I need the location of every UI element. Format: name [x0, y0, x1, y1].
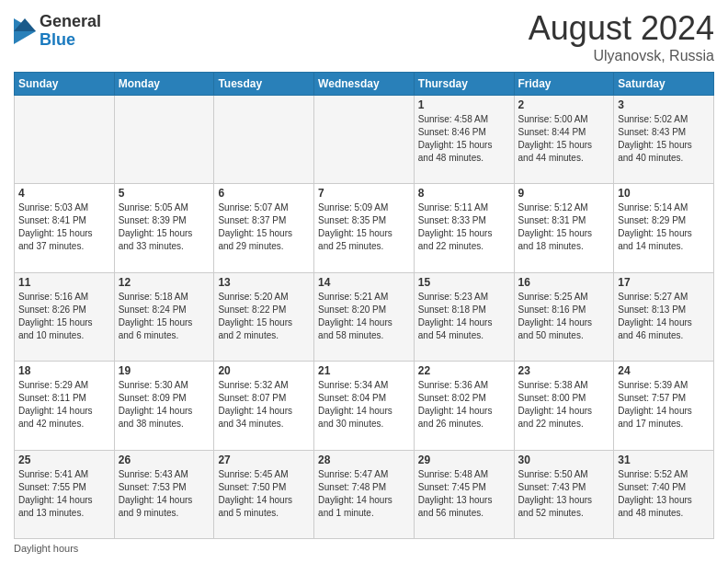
logo-icon — [14, 18, 36, 44]
logo-blue: Blue — [40, 31, 101, 50]
day-cell: 3Sunrise: 5:02 AM Sunset: 8:43 PM Daylig… — [614, 96, 714, 184]
calendar-page: General Blue August 2024 Ulyanovsk, Russ… — [0, 0, 728, 563]
day-number: 25 — [18, 454, 110, 466]
day-cell: 8Sunrise: 5:11 AM Sunset: 8:33 PM Daylig… — [414, 184, 514, 272]
day-cell: 7Sunrise: 5:09 AM Sunset: 8:35 PM Daylig… — [314, 184, 415, 272]
day-cell: 14Sunrise: 5:21 AM Sunset: 8:20 PM Dayli… — [314, 272, 415, 361]
day-cell — [314, 96, 415, 184]
day-info: Sunrise: 5:27 AM Sunset: 8:13 PM Dayligh… — [618, 291, 710, 342]
day-header-tuesday: Tuesday — [214, 73, 314, 96]
week-row-1: 4Sunrise: 5:03 AM Sunset: 8:41 PM Daylig… — [15, 184, 714, 272]
day-info: Sunrise: 5:48 AM Sunset: 7:45 PM Dayligh… — [418, 468, 510, 520]
day-number: 2 — [518, 98, 610, 111]
day-info: Sunrise: 4:58 AM Sunset: 8:46 PM Dayligh… — [418, 113, 510, 165]
logo-general: General — [40, 13, 101, 31]
day-header-wednesday: Wednesday — [314, 73, 415, 96]
day-cell: 18Sunrise: 5:29 AM Sunset: 8:11 PM Dayli… — [15, 362, 115, 450]
day-cell: 30Sunrise: 5:50 AM Sunset: 7:43 PM Dayli… — [514, 450, 614, 538]
day-info: Sunrise: 5:11 AM Sunset: 8:33 PM Dayligh… — [418, 201, 510, 253]
day-cell: 16Sunrise: 5:25 AM Sunset: 8:16 PM Dayli… — [514, 272, 614, 361]
logo: General Blue — [14, 13, 101, 50]
day-info: Sunrise: 5:50 AM Sunset: 7:43 PM Dayligh… — [518, 468, 610, 520]
day-cell — [15, 96, 115, 184]
day-cell: 21Sunrise: 5:34 AM Sunset: 8:04 PM Dayli… — [314, 362, 415, 450]
day-number: 27 — [218, 454, 310, 466]
day-cell: 19Sunrise: 5:30 AM Sunset: 8:09 PM Dayli… — [114, 362, 214, 450]
week-row-0: 1Sunrise: 4:58 AM Sunset: 8:46 PM Daylig… — [15, 96, 714, 184]
header-row: SundayMondayTuesdayWednesdayThursdayFrid… — [15, 73, 714, 96]
day-number: 16 — [518, 276, 610, 289]
day-info: Sunrise: 5:02 AM Sunset: 8:43 PM Dayligh… — [618, 113, 710, 165]
day-cell: 10Sunrise: 5:14 AM Sunset: 8:29 PM Dayli… — [614, 184, 714, 272]
day-cell: 4Sunrise: 5:03 AM Sunset: 8:41 PM Daylig… — [15, 184, 115, 272]
day-info: Sunrise: 5:03 AM Sunset: 8:41 PM Dayligh… — [18, 201, 110, 253]
day-info: Sunrise: 5:12 AM Sunset: 8:31 PM Dayligh… — [518, 201, 610, 253]
day-header-friday: Friday — [514, 73, 614, 96]
day-info: Sunrise: 5:16 AM Sunset: 8:26 PM Dayligh… — [18, 291, 110, 342]
day-number: 19 — [119, 364, 210, 377]
day-number: 9 — [518, 187, 610, 200]
day-cell: 25Sunrise: 5:41 AM Sunset: 7:55 PM Dayli… — [15, 450, 115, 538]
day-info: Sunrise: 5:39 AM Sunset: 7:57 PM Dayligh… — [618, 379, 710, 431]
day-number: 12 — [119, 276, 210, 289]
daylight-label: Daylight hours — [14, 543, 78, 554]
day-number: 13 — [218, 276, 310, 289]
day-info: Sunrise: 5:41 AM Sunset: 7:55 PM Dayligh… — [18, 468, 110, 520]
day-number: 3 — [618, 98, 710, 111]
day-info: Sunrise: 5:18 AM Sunset: 8:24 PM Dayligh… — [119, 291, 210, 342]
day-info: Sunrise: 5:36 AM Sunset: 8:02 PM Dayligh… — [418, 379, 510, 431]
day-number: 7 — [318, 187, 410, 200]
day-number: 21 — [318, 364, 410, 377]
day-cell: 15Sunrise: 5:23 AM Sunset: 8:18 PM Dayli… — [414, 272, 514, 361]
day-cell: 11Sunrise: 5:16 AM Sunset: 8:26 PM Dayli… — [15, 272, 115, 361]
day-number: 30 — [518, 454, 610, 466]
day-cell: 28Sunrise: 5:47 AM Sunset: 7:48 PM Dayli… — [314, 450, 415, 538]
logo-text: General Blue — [40, 13, 101, 50]
week-row-2: 11Sunrise: 5:16 AM Sunset: 8:26 PM Dayli… — [15, 272, 714, 361]
day-cell: 9Sunrise: 5:12 AM Sunset: 8:31 PM Daylig… — [514, 184, 614, 272]
day-info: Sunrise: 5:14 AM Sunset: 8:29 PM Dayligh… — [618, 201, 710, 253]
day-info: Sunrise: 5:30 AM Sunset: 8:09 PM Dayligh… — [119, 379, 210, 431]
day-cell — [114, 96, 214, 184]
day-cell: 2Sunrise: 5:00 AM Sunset: 8:44 PM Daylig… — [514, 96, 614, 184]
day-cell — [214, 96, 314, 184]
day-info: Sunrise: 5:43 AM Sunset: 7:53 PM Dayligh… — [119, 468, 210, 520]
day-header-thursday: Thursday — [414, 73, 514, 96]
day-number: 17 — [618, 276, 710, 289]
day-info: Sunrise: 5:45 AM Sunset: 7:50 PM Dayligh… — [218, 468, 310, 520]
day-info: Sunrise: 5:00 AM Sunset: 8:44 PM Dayligh… — [518, 113, 610, 165]
day-cell: 5Sunrise: 5:05 AM Sunset: 8:39 PM Daylig… — [114, 184, 214, 272]
day-number: 28 — [318, 454, 410, 466]
day-number: 26 — [119, 454, 210, 466]
day-number: 4 — [18, 187, 110, 200]
day-info: Sunrise: 5:52 AM Sunset: 7:40 PM Dayligh… — [618, 468, 710, 520]
day-cell: 31Sunrise: 5:52 AM Sunset: 7:40 PM Dayli… — [614, 450, 714, 538]
day-cell: 13Sunrise: 5:20 AM Sunset: 8:22 PM Dayli… — [214, 272, 314, 361]
week-row-4: 25Sunrise: 5:41 AM Sunset: 7:55 PM Dayli… — [15, 450, 714, 538]
day-number: 18 — [18, 364, 110, 377]
day-number: 23 — [518, 364, 610, 377]
day-number: 31 — [618, 454, 710, 466]
header: General Blue August 2024 Ulyanovsk, Russ… — [14, 9, 714, 64]
day-cell: 17Sunrise: 5:27 AM Sunset: 8:13 PM Dayli… — [614, 272, 714, 361]
day-number: 1 — [418, 98, 510, 111]
footer: Daylight hours — [14, 543, 714, 554]
day-header-saturday: Saturday — [614, 73, 714, 96]
title-block: August 2024 Ulyanovsk, Russia — [529, 9, 714, 64]
day-info: Sunrise: 5:05 AM Sunset: 8:39 PM Dayligh… — [119, 201, 210, 253]
day-info: Sunrise: 5:34 AM Sunset: 8:04 PM Dayligh… — [318, 379, 410, 431]
day-cell: 23Sunrise: 5:38 AM Sunset: 8:00 PM Dayli… — [514, 362, 614, 450]
day-cell: 6Sunrise: 5:07 AM Sunset: 8:37 PM Daylig… — [214, 184, 314, 272]
day-cell: 29Sunrise: 5:48 AM Sunset: 7:45 PM Dayli… — [414, 450, 514, 538]
day-number: 11 — [18, 276, 110, 289]
calendar-body: 1Sunrise: 4:58 AM Sunset: 8:46 PM Daylig… — [15, 96, 714, 539]
location: Ulyanovsk, Russia — [529, 48, 714, 64]
day-info: Sunrise: 5:20 AM Sunset: 8:22 PM Dayligh… — [218, 291, 310, 342]
day-cell: 26Sunrise: 5:43 AM Sunset: 7:53 PM Dayli… — [114, 450, 214, 538]
week-row-3: 18Sunrise: 5:29 AM Sunset: 8:11 PM Dayli… — [15, 362, 714, 450]
day-number: 29 — [418, 454, 510, 466]
day-number: 10 — [618, 187, 710, 200]
day-number: 5 — [119, 187, 210, 200]
day-number: 22 — [418, 364, 510, 377]
day-header-monday: Monday — [114, 73, 214, 96]
